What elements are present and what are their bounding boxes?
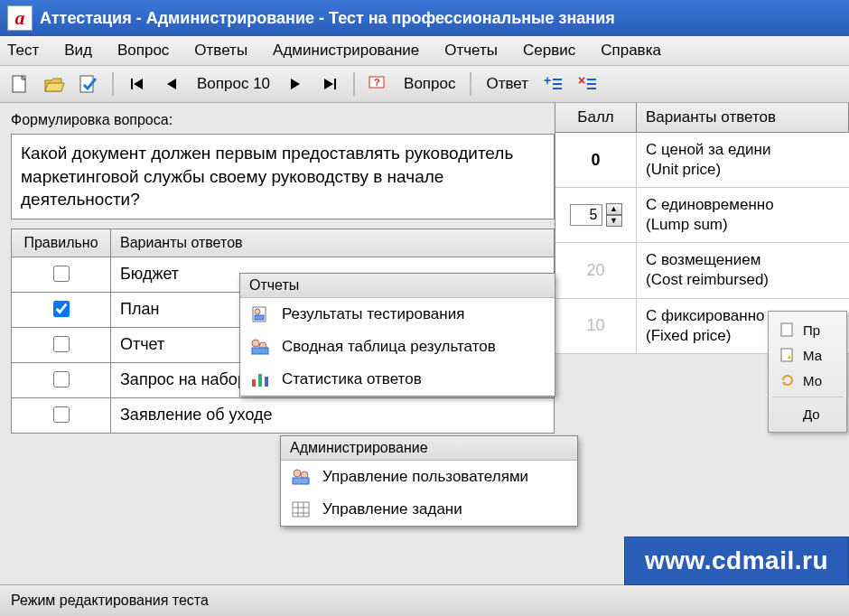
svg-rect-23	[255, 315, 264, 320]
app-icon: a	[7, 5, 33, 31]
svg-rect-39	[781, 349, 792, 361]
remove-list-icon[interactable]: ×	[575, 71, 601, 97]
save-check-icon[interactable]	[76, 71, 101, 97]
svg-marker-8	[291, 79, 300, 89]
svg-rect-38	[781, 323, 792, 336]
svg-text:?: ?	[374, 77, 380, 88]
add-list-icon[interactable]: +	[541, 71, 566, 97]
menu-admin[interactable]: Администрирование	[273, 42, 419, 60]
menu-test[interactable]: Тест	[7, 42, 39, 60]
svg-point-24	[252, 340, 259, 347]
answer-checkbox[interactable]	[53, 301, 70, 317]
svg-text:×: ×	[578, 76, 585, 88]
popup-item-tasks[interactable]: Управление задани	[281, 493, 577, 526]
side-item-label: Мо	[803, 373, 822, 388]
titlebar: a Аттестация - Администрирование - Тест …	[0, 0, 849, 36]
toolbar-answer-label[interactable]: Ответ	[482, 75, 532, 93]
score-input[interactable]	[570, 204, 602, 226]
next-icon[interactable]	[283, 71, 308, 97]
blank-icon	[778, 405, 798, 423]
popup-item-label: Статистика ответов	[282, 370, 422, 388]
score-text: С фиксированно	[646, 307, 765, 324]
score-text: С возмещением	[646, 251, 760, 268]
col-variants-header: Варианты ответов	[111, 229, 555, 257]
new-icon[interactable]	[7, 71, 33, 97]
answer-checkbox[interactable]	[53, 371, 70, 387]
score-spinner[interactable]: ▲ ▼	[570, 203, 622, 227]
popup-item-stats[interactable]: Статистика ответов	[240, 363, 555, 396]
menu-help[interactable]: Справка	[601, 42, 661, 60]
menu-question[interactable]: Вопрос	[117, 42, 169, 60]
score-variants-header: Варианты ответов	[637, 103, 849, 132]
table-row: Заявление об уходе	[12, 397, 555, 433]
report-summary-icon	[247, 336, 273, 358]
side-item-label: Пр	[803, 322, 820, 338]
svg-rect-33	[293, 502, 309, 517]
score-row: 20 С возмещением(Cost reimbursed)	[555, 243, 849, 298]
menu-reports[interactable]: Отчеты	[444, 42, 498, 60]
popup-item-label: Результаты тестирования	[282, 305, 464, 323]
popup-admin: Администрирование Управление пользовател…	[280, 435, 578, 527]
svg-rect-27	[252, 379, 256, 387]
popup-reports-title: Отчеты	[240, 274, 555, 298]
popup-item-label: Управление пользователями	[322, 468, 528, 486]
answer-checkbox[interactable]	[53, 266, 70, 282]
toolbar-question-label[interactable]: Вопрос	[400, 75, 459, 93]
menu-view[interactable]: Вид	[64, 42, 92, 60]
col-correct-header: Правильно	[12, 229, 111, 257]
answer-checkbox[interactable]	[53, 406, 70, 423]
svg-marker-7	[167, 79, 176, 89]
menubar: Тест Вид Вопрос Ответы Администрирование…	[0, 36, 849, 66]
svg-rect-28	[258, 374, 262, 387]
side-item[interactable]: Ма	[772, 342, 843, 368]
popup-item-summary[interactable]: Сводная таблица результатов	[240, 331, 555, 363]
report-results-icon	[247, 303, 273, 325]
svg-marker-9	[324, 79, 333, 89]
last-icon[interactable]	[317, 71, 342, 97]
first-icon[interactable]	[125, 71, 150, 97]
watermark: www.cdmail.ru	[624, 537, 849, 585]
admin-users-icon	[288, 466, 313, 488]
popup-item-label: Сводная таблица результатов	[282, 338, 496, 356]
open-icon[interactable]	[42, 71, 67, 97]
popup-reports: Отчеты Результаты тестирования Сводная т…	[239, 273, 555, 397]
score-value: 10	[586, 316, 604, 335]
question-text[interactable]: Какой документ должен первым предоставля…	[11, 134, 555, 219]
score-text: С ценой за едини	[646, 141, 770, 158]
score-text: С единовременно	[646, 196, 774, 213]
question-help-icon[interactable]: ?	[366, 71, 391, 97]
svg-marker-6	[134, 79, 143, 89]
refresh-icon	[778, 371, 798, 389]
answer-checkbox[interactable]	[53, 336, 70, 352]
svg-rect-10	[334, 79, 336, 89]
toolbar-separator	[470, 72, 471, 96]
svg-rect-26	[252, 348, 268, 354]
star-doc-icon	[778, 346, 798, 364]
side-toolbar: Пр Ма Мо До	[768, 311, 847, 433]
svg-marker-3	[45, 83, 64, 91]
svg-rect-5	[131, 79, 133, 89]
score-sub: (Fixed price)	[646, 327, 731, 344]
score-value: 20	[586, 261, 604, 280]
prev-icon[interactable]	[159, 71, 184, 97]
answer-text[interactable]: Заявление об уходе	[111, 397, 555, 433]
report-stats-icon	[247, 369, 273, 390]
side-item[interactable]: Мо	[772, 368, 843, 393]
menu-answers[interactable]: Ответы	[194, 42, 247, 60]
statusbar: Режим редактирования теста	[0, 584, 849, 616]
score-sub: (Lump sum)	[646, 216, 728, 233]
score-sub: (Cost reimbursed)	[646, 271, 769, 288]
popup-item-users[interactable]: Управление пользователями	[281, 461, 577, 493]
popup-item-results[interactable]: Результаты тестирования	[240, 298, 555, 331]
spin-up-icon[interactable]: ▲	[606, 203, 622, 215]
side-item[interactable]: До	[772, 397, 843, 426]
popup-admin-title: Администрирование	[281, 436, 577, 461]
doc-icon	[778, 321, 798, 339]
toolbar-separator	[112, 72, 114, 96]
toolbar-separator	[353, 72, 355, 96]
score-value: 0	[591, 151, 600, 170]
side-item[interactable]: Пр	[772, 317, 843, 342]
score-sub: (Unit price)	[646, 161, 721, 178]
spin-down-icon[interactable]: ▼	[606, 215, 622, 227]
menu-service[interactable]: Сервис	[523, 42, 575, 60]
